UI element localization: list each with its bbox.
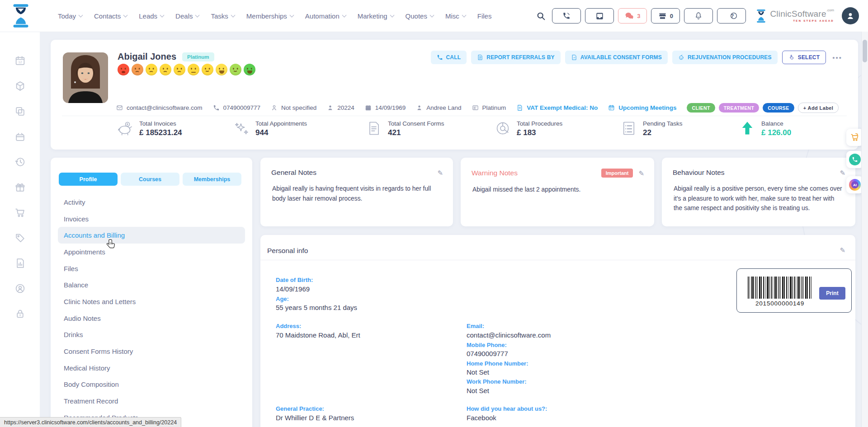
mood-4-icon[interactable] xyxy=(160,64,171,75)
menu-item-drinks[interactable]: Drinks xyxy=(58,327,245,343)
mood-1-icon[interactable] xyxy=(118,64,129,75)
edit-pencil-icon[interactable]: ✎ xyxy=(437,169,443,176)
mood-7-icon[interactable] xyxy=(202,64,213,75)
chevron-down-icon xyxy=(462,13,466,18)
behaviour-notes-title: Behaviour Notes xyxy=(673,169,725,177)
menu-item-balance[interactable]: Balance xyxy=(58,277,245,293)
nav-item-today[interactable]: Today xyxy=(58,12,82,20)
tab-memberships[interactable]: Memberships xyxy=(183,173,241,186)
call-button[interactable]: CALL xyxy=(431,51,467,64)
menu-item-clinic-notes-and-letters[interactable]: Clinic Notes and Letters xyxy=(58,293,245,310)
nav-item-deals[interactable]: Deals xyxy=(175,12,199,20)
label-pill-client[interactable]: CLIENT xyxy=(687,103,715,113)
nav-item-marketing[interactable]: Marketing xyxy=(358,12,394,20)
menu-item-audio-notes[interactable]: Audio Notes xyxy=(58,310,245,327)
messages-button[interactable]: 3 xyxy=(618,8,647,23)
account-icon[interactable] xyxy=(14,283,26,294)
client-membership-value: Platinum xyxy=(482,104,506,111)
hear-about-us-value: Facebook xyxy=(467,414,496,422)
menu-item-invoices[interactable]: Invoices xyxy=(58,211,245,227)
card-divider xyxy=(62,116,847,116)
mood-5-icon[interactable] xyxy=(174,64,185,75)
edit-pencil-icon[interactable]: ✎ xyxy=(638,170,644,177)
nav-item-leads[interactable]: Leads xyxy=(139,12,164,20)
top-bar: Today Contacts Leads Deals Tasks Members… xyxy=(0,0,868,32)
storefront-icon xyxy=(658,12,667,20)
menu-label: Invoices xyxy=(64,215,89,223)
nav-label: Misc xyxy=(445,12,459,20)
barcode-number: 2015000000149 xyxy=(743,300,816,307)
edit-pencil-icon[interactable]: ✎ xyxy=(840,247,845,253)
nav-item-quotes[interactable]: Quotes xyxy=(406,12,434,20)
user-avatar[interactable] xyxy=(842,7,859,24)
nav-item-memberships[interactable]: Memberships xyxy=(246,12,293,20)
mood-6-icon[interactable] xyxy=(188,64,199,75)
copy-icon[interactable] xyxy=(14,106,26,117)
warning-notes-card: Warning Notes Important ✎ Abigail missed… xyxy=(461,158,654,226)
store-button[interactable]: 0 xyxy=(651,8,680,23)
menu-label: Balance xyxy=(64,281,88,289)
menu-item-appointments[interactable]: Appointments xyxy=(58,244,245,260)
price-tag-icon[interactable] xyxy=(14,232,26,244)
chat-bubbles-icon xyxy=(625,11,634,20)
mood-3-icon[interactable] xyxy=(146,64,157,75)
search-icon[interactable] xyxy=(536,11,546,21)
mood-10-icon[interactable] xyxy=(244,64,255,75)
mood-9-icon[interactable] xyxy=(230,64,241,75)
menu-item-accounts-and-billing[interactable]: Accounts and Billing xyxy=(58,227,245,244)
client-email: contact@clinicsoftware.com xyxy=(116,104,203,111)
select-button[interactable]: SELECT xyxy=(782,51,826,64)
more-actions-button[interactable]: ••• xyxy=(832,54,842,61)
nav-item-files[interactable]: Files xyxy=(477,12,492,20)
upcoming-meetings-link[interactable]: Upcoming Meetings xyxy=(608,104,676,111)
cart-icon[interactable] xyxy=(14,207,26,218)
dob-value: 14/09/1969 xyxy=(276,285,310,293)
label-pill-course[interactable]: COURSE xyxy=(763,103,794,113)
menu-item-files[interactable]: Files xyxy=(58,260,245,277)
stat-label: Pending Tasks xyxy=(643,120,683,127)
brand-logo[interactable]: ClinicSoftware.com TEN STEPS AHEAD xyxy=(755,9,834,23)
menu-item-treatment-record[interactable]: Treatment Record xyxy=(58,393,245,409)
dialer-button[interactable] xyxy=(552,8,581,23)
add-label-button[interactable]: + Add Label xyxy=(798,103,839,113)
sales-report-icon[interactable] xyxy=(14,258,26,269)
vat-exempt-link[interactable]: VAT Exempt Medical: No xyxy=(516,104,598,111)
help-button[interactable]: ? xyxy=(717,8,746,23)
lock-icon[interactable] xyxy=(14,308,26,319)
phone-icon xyxy=(562,12,571,20)
package-cube-icon[interactable] xyxy=(14,80,26,92)
nav-item-automation[interactable]: Automation xyxy=(305,12,346,20)
document-icon xyxy=(477,54,483,61)
menu-item-activity[interactable]: Activity xyxy=(58,194,245,211)
tab-profile[interactable]: Profile xyxy=(59,173,118,186)
nav-label: Memberships xyxy=(246,12,287,20)
phone-icon xyxy=(213,104,220,111)
mood-8-icon[interactable] xyxy=(216,64,227,75)
gift-icon[interactable] xyxy=(14,182,26,193)
basket-icon[interactable] xyxy=(14,131,26,142)
report-referrals-button[interactable]: REPORT REFERRALS BY xyxy=(471,51,560,64)
available-consent-forms-button[interactable]: AVAILABLE CONSENT FORMS xyxy=(565,51,668,64)
history-icon[interactable] xyxy=(14,156,26,168)
scrollbar-thumb[interactable] xyxy=(863,40,867,62)
notifications-button[interactable] xyxy=(684,8,713,23)
rejuvenation-procedures-button[interactable]: REJUVENATION PROCEDURES xyxy=(672,51,778,64)
clinicsoftware-hourglass-logo[interactable] xyxy=(11,3,31,28)
mood-2-icon[interactable] xyxy=(132,64,143,75)
inbox-button[interactable] xyxy=(585,8,614,23)
barcode-image xyxy=(748,277,812,299)
label-pill-treatment[interactable]: TREATMENT xyxy=(719,103,760,113)
print-button[interactable]: Print xyxy=(819,287,845,300)
menu-item-body-composition[interactable]: Body Composition xyxy=(58,376,245,393)
nav-item-misc[interactable]: Misc xyxy=(445,12,466,20)
menu-item-consent-forms-history[interactable]: Consent Forms History xyxy=(58,343,245,360)
edit-pencil-icon[interactable]: ✎ xyxy=(840,169,845,176)
nav-item-tasks[interactable]: Tasks xyxy=(211,12,234,20)
inbox-icon xyxy=(595,12,604,20)
person-icon xyxy=(327,104,334,111)
calendar-month-icon[interactable]: 12 xyxy=(14,55,26,66)
gender-icon xyxy=(271,104,278,111)
nav-item-contacts[interactable]: Contacts xyxy=(94,12,127,20)
menu-item-medical-history[interactable]: Medical History xyxy=(58,360,245,376)
tab-courses[interactable]: Courses xyxy=(121,173,179,186)
